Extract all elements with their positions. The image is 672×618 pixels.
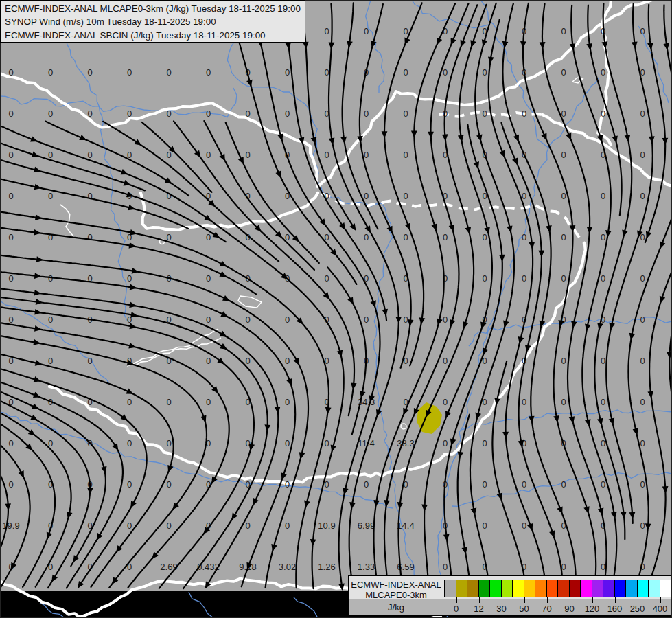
station-value-zero: 0 [87,108,92,119]
legend-tick-label: 70 [535,604,559,614]
station-value-zero: 0 [127,108,132,119]
station-value: 10.9 [318,520,335,531]
station-value-zero: 0 [324,26,329,36]
station-value-zero: 0 [8,479,13,490]
station-value-zero: 0 [206,397,211,407]
station-value-zero: 0 [522,273,526,284]
station-value-zero: 0 [561,479,566,490]
station-value-zero: 0 [403,150,408,160]
station-value: 6.99 [358,520,375,531]
legend-swatch [535,580,546,597]
station-value-zero: 0 [522,397,526,407]
legend-tick-mark [638,597,638,603]
station-value-zero: 0 [166,520,171,531]
station-value-zero: 0 [403,108,408,119]
station-value-zero: 0 [601,67,605,78]
station-value-zero: 0 [166,67,171,78]
station-value-zero: 0 [482,273,487,284]
station-value-zero: 0 [640,520,645,531]
station-value-zero: 0 [285,356,290,366]
station-value-zero: 0 [561,273,566,284]
station-value-zero: 0 [245,356,250,366]
station-value-zero: 0 [561,67,566,78]
station-value-zero: 0 [443,562,448,572]
legend-tick-label: 50 [513,604,536,614]
station-value-zero: 0 [482,67,487,78]
station-value-zero: 0 [127,479,132,490]
station-value-zero: 0 [482,108,487,119]
station-value-zero: 0 [166,479,171,490]
station-value-zero: 0 [87,356,92,366]
station-value-zero: 0 [601,273,605,284]
station-value-zero: 0 [127,397,132,407]
station-value-zero: 0 [166,438,171,448]
station-value-zero: 0 [601,397,605,407]
station-value-zero: 0 [48,232,53,242]
station-value-zero: 0 [364,26,369,36]
station-value: 2.69 [160,562,177,572]
station-value-zero: 0 [48,67,53,78]
legend-swatch [660,580,671,597]
station-value-zero: 0 [48,150,53,160]
station-value-zero: 0 [403,191,408,201]
station-value-zero: 0 [601,191,605,201]
legend-tick-label: 400 [649,604,672,614]
station-value-zero: 0 [8,150,13,160]
station-value-zero: 0 [245,520,250,531]
station-value-zero: 0 [601,479,605,490]
station-value-zero: 0 [601,232,605,242]
legend-swatch [580,580,592,597]
station-value-zero: 0 [324,67,329,78]
station-value-zero: 0 [285,520,290,531]
station-value-zero: 0 [285,479,290,490]
station-value-zero: 0 [8,232,13,242]
station-value-zero: 0 [285,67,290,78]
legend-tick-mark [524,597,525,603]
legend-swatch [569,580,581,597]
legend-swatch [603,580,614,597]
legend-swatch [557,580,569,597]
legend-tick-label: 90 [558,604,581,614]
map-title-box: ECMWF-INDEX-ANAL MLCAPE0-3km (J/kg) Tues… [0,0,305,43]
station-value-zero: 0 [561,150,566,160]
legend-tick-mark [456,597,457,603]
station-value-zero: 0 [601,356,605,366]
station-value-zero: 0 [443,314,448,325]
legend-swatch [501,580,513,597]
legend-tick-label: 0 [445,604,468,614]
station-value-zero: 0 [403,314,408,325]
legend-tick-mark [570,597,570,603]
station-value-zero: 0 [285,314,290,325]
station-value-zero: 0 [561,191,566,201]
station-value-zero: 0 [522,232,526,242]
station-value: 19.9 [2,520,19,531]
legend-tick-mark [592,597,593,603]
legend-swatch [637,580,649,597]
station-value-zero: 0 [8,273,13,284]
legend-swatch [489,580,501,597]
title-wind-line: SYNOP Wind (m/s) 10m Tuesday 18-11-2025 … [5,15,305,28]
station-value-zero: 0 [324,438,329,448]
station-value-zero: 0 [166,397,171,407]
station-value-zero: 0 [482,479,487,490]
station-value-zero: 0 [8,438,13,448]
legend-tick-mark [615,597,616,603]
station-value: 1.33 [358,562,375,572]
station-value-zero: 0 [206,273,211,284]
station-value-zero: 0 [482,520,487,531]
station-value-zero: 0 [482,232,487,242]
station-value-zero: 0 [364,232,369,242]
legend-swatch [467,580,478,597]
station-value-zero: 0 [127,67,132,78]
station-value-zero: 0 [403,67,408,78]
station-value-zero: 0 [245,108,250,119]
station-value-zero: 0 [206,67,211,78]
legend-color-strip [444,580,671,597]
station-value-zero: 0 [285,397,290,407]
legend-source-label: ECMWF-INDEX-ANAL [349,580,443,590]
legend-swatch [524,580,535,597]
station-value-zero: 0 [8,67,13,78]
station-value: 1.26 [318,562,335,572]
station-value-zero: 0 [522,479,526,490]
station-value-zero: 0 [87,150,92,160]
